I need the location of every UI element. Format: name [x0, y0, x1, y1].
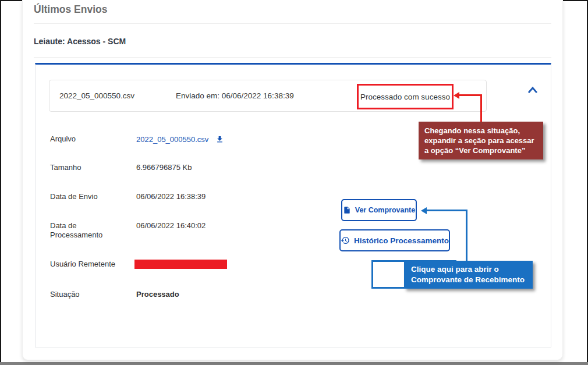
historico-label: Histórico Processamento	[354, 236, 449, 245]
ver-comprovante-label: Ver Comprovante	[355, 206, 416, 214]
detail-value: 06/06/2022 16:40:02	[136, 221, 206, 240]
redacted-user-value	[134, 260, 227, 269]
detail-label: Data de Envio	[50, 192, 136, 201]
historico-processamento-button[interactable]: Histórico Processamento	[339, 229, 450, 251]
file-link-text: 2022_05_000550.csv	[136, 135, 208, 144]
blue-callout: Clique aqui para abrir o Comprovante de …	[404, 261, 533, 289]
history-icon	[341, 236, 350, 245]
callout-line: Comprovante de Recebimento	[411, 275, 526, 285]
frame-border-left	[0, 0, 1, 365]
detail-label: Tamanho	[50, 163, 136, 172]
file-download-link[interactable]: 2022_05_000550.csv	[136, 134, 224, 144]
detail-label: Arquivo	[50, 134, 136, 144]
divider	[34, 23, 551, 24]
callout-line: a opção “Ver Comprovante”	[424, 146, 537, 155]
detail-value: Processado	[136, 290, 179, 299]
collapse-section-button[interactable]	[526, 84, 540, 97]
callout-line: Chegando nessa situação,	[424, 126, 537, 136]
screenshot-frame: Últimos Envios Leiaute: Acessos - SCM 20…	[0, 0, 588, 369]
status-text: Processado com sucesso	[360, 93, 450, 101]
ver-comprovante-button[interactable]: Ver Comprovante	[341, 199, 417, 221]
callout-line: expandir a seção para acessar	[424, 136, 537, 146]
detail-label: Situação	[50, 290, 136, 299]
submission-summary-row[interactable]: 2022_05_000550.csv Enviado em: 06/06/202…	[49, 80, 487, 112]
page-title: Últimos Envios	[34, 3, 107, 16]
detail-label: Data de Processamento	[50, 221, 114, 240]
frame-border-bottom	[0, 362, 588, 365]
document-icon	[343, 205, 351, 215]
detail-row: Tamanho 6.966796875 Kb	[50, 163, 458, 172]
callout-line: Clique aqui para abrir o	[411, 264, 526, 275]
divider	[34, 57, 551, 58]
red-arrow-line	[480, 94, 482, 122]
download-icon[interactable]	[215, 135, 224, 144]
submission-panel: 2022_05_000550.csv Enviado em: 06/06/202…	[35, 63, 551, 347]
summary-sent-date: Enviado em: 06/06/2022 16:38:39	[176, 91, 294, 100]
blue-arrow-line	[466, 210, 467, 261]
red-arrow-line	[459, 94, 482, 96]
blue-arrow-line	[426, 210, 467, 211]
maroon-callout: Chegando nessa situação, expandir a seçã…	[419, 122, 543, 159]
status-highlight-box: Processado com sucesso	[357, 84, 454, 109]
summary-file-name: 2022_05_000550.csv	[59, 91, 134, 100]
layout-label: Leiaute: Acessos - SCM	[34, 37, 126, 46]
detail-row: Situação Processado	[50, 290, 458, 299]
chevron-up-icon	[526, 84, 540, 96]
detail-row: Arquivo 2022_05_000550.csv	[50, 134, 458, 144]
detail-value: 6.966796875 Kb	[136, 163, 192, 172]
detail-label: Usuário Remetente	[50, 260, 136, 269]
detail-value: 06/06/2022 16:38:39	[136, 192, 206, 201]
